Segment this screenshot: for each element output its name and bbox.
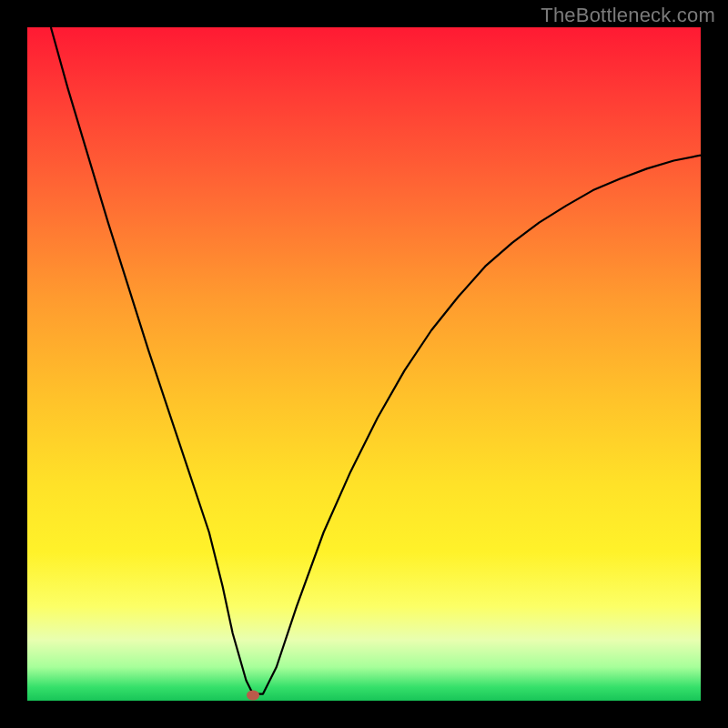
chart-frame: TheBottleneck.com [0, 0, 728, 728]
watermark-text: TheBottleneck.com [541, 4, 715, 27]
plot-area [27, 27, 701, 701]
optimum-marker [247, 691, 259, 701]
bottleneck-curve-path [51, 27, 701, 694]
curve-svg [27, 27, 701, 701]
